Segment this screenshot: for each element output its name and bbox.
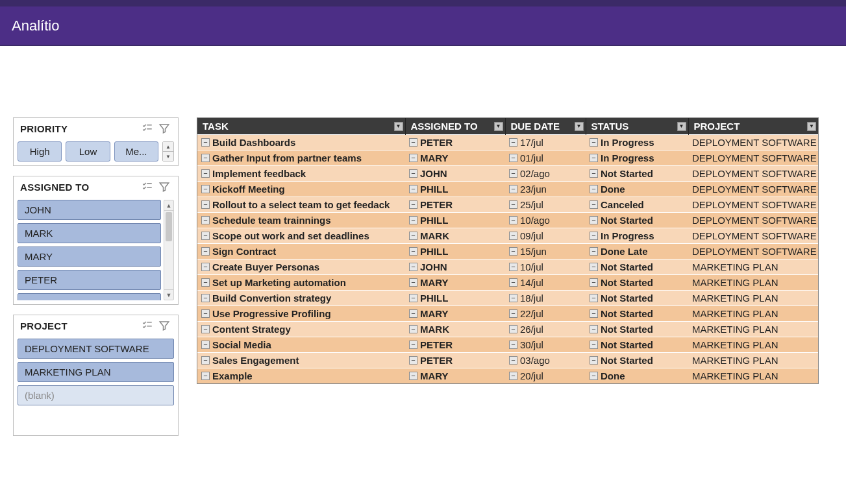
collapse-icon[interactable]: − <box>409 138 417 147</box>
collapse-icon[interactable]: − <box>201 325 210 333</box>
column-header[interactable]: STATUS▼ <box>586 118 688 135</box>
collapse-icon[interactable]: − <box>409 278 417 287</box>
collapse-icon[interactable]: − <box>409 356 417 365</box>
collapse-icon[interactable]: − <box>590 294 598 302</box>
collapse-icon[interactable]: − <box>201 294 210 302</box>
collapse-icon[interactable]: − <box>509 247 517 256</box>
dropdown-arrow-icon[interactable]: ▼ <box>677 122 686 131</box>
collapse-icon[interactable]: − <box>409 154 417 162</box>
table-row[interactable]: −Schedule team trainnings−PHILL−10/ago−N… <box>197 213 818 228</box>
collapse-icon[interactable]: − <box>409 216 417 224</box>
priority-option-high[interactable]: High <box>18 141 62 162</box>
collapse-icon[interactable]: − <box>509 216 517 224</box>
collapse-icon[interactable]: − <box>509 263 517 271</box>
column-header[interactable]: ASSIGNED TO▼ <box>405 118 505 135</box>
spinner-down-icon[interactable]: ▼ <box>163 151 173 161</box>
collapse-icon[interactable]: − <box>590 341 598 349</box>
table-row[interactable]: −Social Media−PETER−30/jul−Not StartedMA… <box>197 337 818 353</box>
collapse-icon[interactable]: − <box>590 138 598 147</box>
spinner-up-icon[interactable]: ▲ <box>163 142 173 151</box>
collapse-icon[interactable]: − <box>201 309 210 318</box>
dropdown-arrow-icon[interactable]: ▼ <box>807 122 816 131</box>
collapse-icon[interactable]: − <box>509 341 517 349</box>
table-row[interactable]: −Kickoff Meeting−PHILL−23/jun−DoneDEPLOY… <box>197 182 818 197</box>
table-row[interactable]: −Implement feedback−JOHN−02/ago−Not Star… <box>197 166 818 182</box>
assigned-item[interactable]: MARK <box>18 223 161 243</box>
multiselect-icon[interactable] <box>140 180 155 193</box>
priority-option-medium[interactable]: Me... <box>114 141 158 162</box>
collapse-icon[interactable]: − <box>590 216 598 224</box>
collapse-icon[interactable]: − <box>409 325 417 333</box>
collapse-icon[interactable]: − <box>409 341 417 349</box>
collapse-icon[interactable]: − <box>409 200 417 209</box>
collapse-icon[interactable]: − <box>590 356 598 365</box>
collapse-icon[interactable]: − <box>509 200 517 209</box>
collapse-icon[interactable]: − <box>201 372 210 380</box>
collapse-icon[interactable]: − <box>590 169 598 178</box>
column-header[interactable]: TASK▼ <box>197 118 405 135</box>
table-row[interactable]: −Scope out work and set deadlines−MARK−0… <box>197 228 818 244</box>
table-row[interactable]: −Use Progressive Profiling−MARY−22/jul−N… <box>197 306 818 322</box>
collapse-icon[interactable]: − <box>409 294 417 302</box>
collapse-icon[interactable]: − <box>509 294 517 302</box>
collapse-icon[interactable]: − <box>509 309 517 318</box>
collapse-icon[interactable]: − <box>409 309 417 318</box>
project-item-blank[interactable]: (blank) <box>18 385 174 405</box>
assigned-item[interactable]: PHILL <box>18 293 161 300</box>
table-row[interactable]: −Set up Marketing automation−MARY−14/jul… <box>197 275 818 291</box>
collapse-icon[interactable]: − <box>590 247 598 256</box>
collapse-icon[interactable]: − <box>509 372 517 380</box>
collapse-icon[interactable]: − <box>590 325 598 333</box>
collapse-icon[interactable]: − <box>509 356 517 365</box>
filter-icon[interactable] <box>157 319 171 332</box>
multiselect-icon[interactable] <box>140 122 155 135</box>
collapse-icon[interactable]: − <box>201 169 210 178</box>
assigned-item[interactable]: JOHN <box>18 200 161 220</box>
multiselect-icon[interactable] <box>140 319 155 332</box>
table-row[interactable]: −Build Convertion strategy−PHILL−18/jul−… <box>197 291 818 306</box>
collapse-icon[interactable]: − <box>590 263 598 271</box>
scroll-thumb[interactable] <box>166 212 172 241</box>
collapse-icon[interactable]: − <box>201 356 210 365</box>
scroll-down-icon[interactable]: ▼ <box>164 289 173 300</box>
collapse-icon[interactable]: − <box>509 325 517 333</box>
column-header[interactable]: DUE DATE▼ <box>505 118 586 135</box>
collapse-icon[interactable]: − <box>509 154 517 162</box>
dropdown-arrow-icon[interactable]: ▼ <box>394 122 403 131</box>
table-row[interactable]: −Gather Input from partner teams−MARY−01… <box>197 150 818 166</box>
table-row[interactable]: −Rollout to a select team to get feedack… <box>197 197 818 213</box>
collapse-icon[interactable]: − <box>201 341 210 349</box>
project-item[interactable]: DEPLOYMENT SOFTWARE <box>18 339 174 359</box>
collapse-icon[interactable]: − <box>509 138 517 147</box>
collapse-icon[interactable]: − <box>590 154 598 162</box>
collapse-icon[interactable]: − <box>201 263 210 271</box>
collapse-icon[interactable]: − <box>201 154 210 162</box>
collapse-icon[interactable]: − <box>409 232 417 240</box>
assigned-item[interactable]: MARY <box>18 246 161 267</box>
column-header[interactable]: PROJECT▼ <box>688 118 818 135</box>
dropdown-arrow-icon[interactable]: ▼ <box>494 122 503 131</box>
collapse-icon[interactable]: − <box>201 138 210 147</box>
collapse-icon[interactable]: − <box>509 232 517 240</box>
collapse-icon[interactable]: − <box>590 309 598 318</box>
collapse-icon[interactable]: − <box>201 278 210 287</box>
table-row[interactable]: −Sales Engagement−PETER−03/ago−Not Start… <box>197 353 818 368</box>
collapse-icon[interactable]: − <box>409 372 417 380</box>
scroll-up-icon[interactable]: ▲ <box>164 200 173 211</box>
collapse-icon[interactable]: − <box>409 169 417 178</box>
collapse-icon[interactable]: − <box>409 247 417 256</box>
table-row[interactable]: −Content Strategy−MARK−26/jul−Not Starte… <box>197 322 818 337</box>
project-item[interactable]: MARKETING PLAN <box>18 362 174 382</box>
collapse-icon[interactable]: − <box>409 263 417 271</box>
collapse-icon[interactable]: − <box>509 169 517 178</box>
collapse-icon[interactable]: − <box>201 200 210 209</box>
collapse-icon[interactable]: − <box>590 200 598 209</box>
collapse-icon[interactable]: − <box>409 185 417 193</box>
collapse-icon[interactable]: − <box>201 247 210 256</box>
filter-icon[interactable] <box>157 180 171 193</box>
collapse-icon[interactable]: − <box>590 232 598 240</box>
collapse-icon[interactable]: − <box>590 185 598 193</box>
table-row[interactable]: −Create Buyer Personas−JOHN−10/jul−Not S… <box>197 259 818 275</box>
table-row[interactable]: −Build Dashboards−PETER−17/jul−In Progre… <box>197 135 818 150</box>
collapse-icon[interactable]: − <box>509 278 517 287</box>
